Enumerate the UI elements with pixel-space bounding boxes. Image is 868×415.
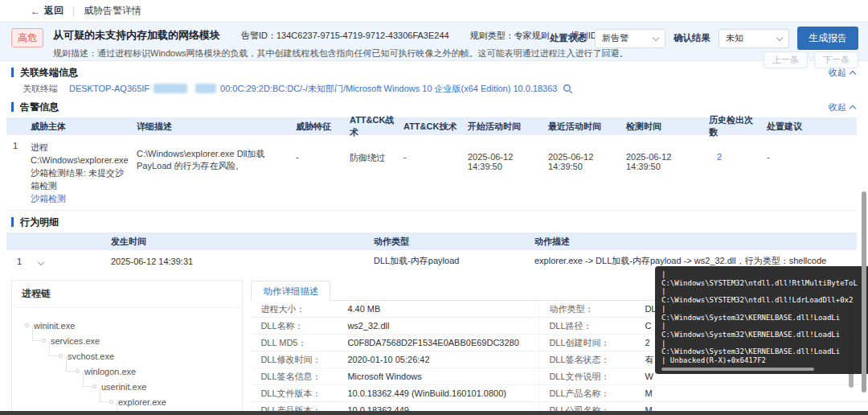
occur-time-cell: 2025-06-12 14:39:31 <box>111 257 374 266</box>
tooltip-horizontal-scrollbar[interactable] <box>661 368 814 371</box>
col-threat-subject: 威胁主体 <box>31 121 137 133</box>
chevron-down-icon <box>653 34 659 40</box>
kv-row: DLL文件版本：10.0.18362.449 (WinBuild.160101.… <box>251 385 868 402</box>
threat-alert-detail-page: ← 返回 威胁告警详情 高危 从可疑的未支持内存加载的网络模块 告警ID：134… <box>0 0 868 415</box>
severity-badge: 高危 <box>11 28 43 47</box>
detail-desc-cell: C:\Windows\explorer.exe Dll加载PayLoad 的行为… <box>137 141 296 205</box>
row-index: 1 <box>6 257 39 266</box>
section-marker <box>11 102 14 112</box>
tree-node[interactable]: wininit.exe <box>25 318 242 333</box>
col-action-desc: 动作描述 <box>534 236 857 248</box>
row-expander[interactable] <box>39 257 111 266</box>
divider <box>73 6 74 16</box>
confirm-result-select[interactable]: 未知 <box>719 29 789 48</box>
col-occur-time: 发生时间 <box>111 236 374 248</box>
attck-tactic-cell: 防御绕过 <box>350 141 403 205</box>
page-scrollbar[interactable] <box>862 191 866 392</box>
confirm-result-label: 确认结果 <box>674 32 710 44</box>
alert-section-header: 告警信息 收起 <box>0 100 868 114</box>
terminal-label: 关联终端 <box>23 83 58 95</box>
action-desc-cell: explorer.exe -> DLL加载-内存payload -> ws2_3… <box>534 255 857 267</box>
process-chain-panel: 进程链 wininit.exe services.exe svchost.exe… <box>11 280 243 415</box>
alert-table-row: 1 进程 C:\Windows\explorer.exe 沙箱检测结果: 未提交… <box>6 135 857 211</box>
prev-button[interactable]: 上一条 <box>764 51 808 68</box>
chevron-up-icon <box>850 105 856 111</box>
col-history-count: 历史检出次数 <box>709 114 767 138</box>
col-start-time: 开始活动时间 <box>468 121 548 133</box>
action-type-cell: DLL加载-内存payload <box>374 255 534 267</box>
tree-node[interactable]: svchost.exe <box>59 348 242 364</box>
redacted-blur <box>195 84 216 93</box>
row-index: 1 <box>6 141 31 205</box>
last-time-cell: 2025-06-12 14:39:50 <box>548 141 626 205</box>
col-suggestion: 处置建议 <box>767 121 857 133</box>
attck-technique-cell: - <box>403 141 468 205</box>
start-time-cell: 2025-06-12 14:39:50 <box>468 141 548 205</box>
page-title: 威胁告警详情 <box>84 4 141 18</box>
col-last-time: 最近活动时间 <box>548 121 626 133</box>
rule-type: 规则类型：专家规则 <box>470 30 550 42</box>
sandbox-detect-link[interactable]: 沙箱检测 <box>31 192 130 205</box>
alert-id: 告警ID：134C6237-9715-4719-9712-43306FA3E24… <box>241 30 449 42</box>
alert-title: 从可疑的未支持内存加载的网络模块 <box>53 28 220 43</box>
alert-header: 高危 从可疑的未支持内存加载的网络模块 告警ID：134C6237-9715-4… <box>0 23 868 61</box>
col-attck-technique: ATT&CK技术 <box>403 121 468 133</box>
prev-next-nav: 上一条 下一条 <box>764 51 858 68</box>
top-bar: ← 返回 威胁告警详情 <box>0 0 868 23</box>
generate-report-button[interactable]: 生成报告 <box>797 27 858 50</box>
header-controls: 处置状态 新告警 确认结果 未知 生成报告 <box>550 27 858 50</box>
threat-feature-cell: - <box>296 141 350 205</box>
node-dot-icon <box>59 354 63 358</box>
back-button[interactable]: ← 返回 <box>31 4 63 18</box>
call-trace-tooltip: | C:\Windows\SYSTEM32\ntdll.dll!RtlMulti… <box>655 266 868 374</box>
back-label: 返回 <box>44 4 63 18</box>
redacted-blur <box>154 84 187 93</box>
col-action-type: 动作类型 <box>374 236 534 248</box>
node-dot-icon <box>109 400 113 404</box>
search-icon[interactable] <box>563 84 573 94</box>
tree-node[interactable]: explorer.exe <box>109 394 242 409</box>
col-detail-desc: 详细描述 <box>137 121 296 133</box>
node-dot-icon <box>25 323 29 327</box>
tree-node[interactable]: userinit.exe <box>92 379 242 394</box>
suggestion-cell: - <box>767 141 857 205</box>
tree-node[interactable]: services.exe <box>42 333 242 348</box>
process-chain-title: 进程链 <box>12 281 242 308</box>
section-marker <box>11 68 14 77</box>
process-tree: wininit.exe services.exe svchost.exe win… <box>12 308 242 415</box>
tab-action-detail[interactable]: 动作详细描述 <box>251 281 330 302</box>
section-marker <box>11 217 14 227</box>
history-count-link[interactable]: 2 <box>709 141 767 205</box>
col-attck-tactic: ATT&CK战术 <box>350 114 403 138</box>
chevron-down-icon <box>776 34 783 40</box>
behavior-section-title: 行为明细 <box>20 216 59 229</box>
alert-table-header: 威胁主体 详细描述 威胁特征 ATT&CK战术 ATT&CK技术 开始活动时间 … <box>6 117 857 135</box>
dispose-status-select[interactable]: 新告警 <box>595 29 665 48</box>
chevron-up-icon <box>850 70 856 76</box>
terminal-section-header: 关联终端信息 收起 <box>0 65 868 80</box>
col-threat-feature: 威胁特征 <box>296 121 350 133</box>
behavior-table-header: 发生时间 动作类型 动作描述 <box>6 232 857 250</box>
node-dot-icon <box>42 339 46 343</box>
bottom-edge-strip <box>0 411 868 415</box>
terminal-section-title: 关联终端信息 <box>20 66 78 80</box>
alert-table: 威胁主体 详细描述 威胁特征 ATT&CK战术 ATT&CK技术 开始活动时间 … <box>6 117 857 211</box>
alert-section-title: 告警信息 <box>20 101 59 114</box>
behavior-section-header: 行为明细 <box>0 215 868 229</box>
tree-node[interactable]: winlogon.exe <box>76 364 242 379</box>
terminal-row: 关联终端 DESKTOP-AQ365IF 00:0C:29:2D:BC:DC/-… <box>0 81 868 96</box>
terminal-link[interactable]: DESKTOP-AQ365IF 00:0C:29:2D:BC:DC/-/未知部门… <box>69 83 557 95</box>
node-dot-icon <box>92 384 96 388</box>
threat-subject-cell: 进程 C:\Windows\explorer.exe 沙箱检测结果: 未提交沙箱… <box>31 141 137 205</box>
back-arrow-icon: ← <box>31 6 40 17</box>
rule-description: 规则描述：通过进程标识Windows网络模块的负载，其中创建线程栈包含指向任何已… <box>53 47 635 60</box>
detect-time-cell: 2025-06-12 14:39:50 <box>626 141 709 205</box>
next-button[interactable]: 下一条 <box>814 51 858 68</box>
dispose-status-label: 处置状态 <box>550 32 587 44</box>
col-detect-time: 检测时间 <box>626 121 709 133</box>
node-dot-icon <box>76 369 80 373</box>
alert-collapse-link[interactable]: 收起 <box>829 101 855 113</box>
chevron-down-icon <box>38 258 44 265</box>
